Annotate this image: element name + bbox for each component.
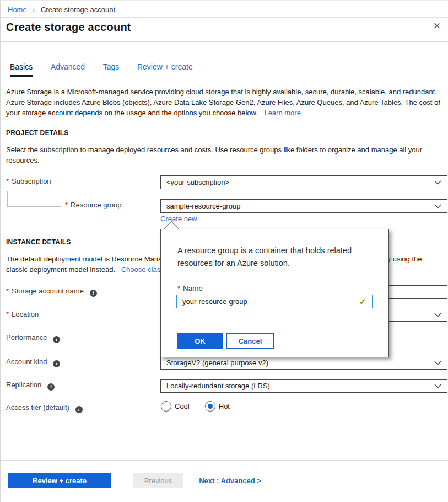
breadcrumb-divider <box>1 17 448 18</box>
info-icon: i <box>90 290 97 297</box>
chevron-down-icon <box>434 384 441 389</box>
account-kind-select[interactable]: StorageV2 (general purpose v2) <box>160 356 447 370</box>
tab-basics[interactable]: Basics <box>10 62 33 77</box>
replication-select[interactable]: Locally-redundant storage (LRS) <box>160 379 447 393</box>
location-label: *Location <box>6 310 39 318</box>
review-create-button[interactable]: Review + create <box>8 473 111 488</box>
breadcrumb-home-link[interactable]: Home <box>8 6 27 14</box>
chevron-down-icon <box>434 204 441 209</box>
resource-group-name-input[interactable] <box>176 295 373 308</box>
subscription-select[interactable]: <your-subscription> <box>160 175 447 189</box>
radio-cool-label: Cool <box>175 402 190 410</box>
chevron-down-icon <box>434 313 441 318</box>
performance-label: Performance i <box>6 333 60 343</box>
create-new-link[interactable]: Create new <box>160 215 197 223</box>
resource-group-label: *Resource group <box>65 201 122 209</box>
instance-details-heading: INSTANCE DETAILS <box>6 238 71 246</box>
previous-button[interactable]: Previous <box>133 473 183 488</box>
resource-group-connector-vertical <box>7 191 8 206</box>
tab-review-create[interactable]: Review + create <box>137 62 193 75</box>
account-kind-label: Account kind i <box>6 357 60 367</box>
replication-label: Replication i <box>6 381 55 391</box>
header-divider <box>1 41 448 42</box>
subscription-value: <your-subscription> <box>166 178 229 186</box>
account-kind-value: StorageV2 (general purpose v2) <box>166 359 268 367</box>
valid-check-icon: ✓ <box>359 297 366 307</box>
popup-description: A resource group is a container that hol… <box>177 244 371 270</box>
replication-value: Locally-redundant storage (LRS) <box>166 382 270 390</box>
radio-selected-dot <box>208 404 213 409</box>
info-icon: i <box>47 383 55 391</box>
resource-group-connector-horizontal <box>7 206 61 207</box>
radio-hot-label: Hot <box>219 402 230 410</box>
radio-cool[interactable] <box>161 401 171 412</box>
close-icon[interactable]: ✕ <box>433 22 441 31</box>
tab-tags[interactable]: Tags <box>103 62 120 75</box>
access-tier-radio-group: Cool Hot <box>161 401 242 412</box>
breadcrumb-separator-icon: › <box>33 6 35 14</box>
radio-hot[interactable] <box>205 401 215 412</box>
required-marker: * <box>6 310 9 318</box>
popup-arrow <box>164 221 179 237</box>
intro-text: Azure Storage is a Microsoft-managed ser… <box>6 88 440 117</box>
info-icon: i <box>75 406 83 413</box>
popup-name-label: *Name <box>177 284 203 292</box>
project-details-heading: PROJECT DETAILS <box>6 129 68 137</box>
footer-divider <box>1 460 448 461</box>
chevron-down-icon <box>434 180 441 185</box>
breadcrumb-current: Create storage account <box>41 6 115 14</box>
required-marker: * <box>6 287 9 295</box>
page-title: Create storage account <box>6 21 131 34</box>
tab-bar: Basics Advanced Tags Review + create <box>1 62 448 78</box>
subscription-label: *Subscription <box>6 177 51 185</box>
project-details-description: Select the subscription to manage deploy… <box>6 145 445 165</box>
access-tier-label: Access tier (default) i <box>6 403 83 413</box>
popup-divider <box>161 325 388 325</box>
create-storage-account-page: Home › Create storage account Create sto… <box>0 0 448 502</box>
intro-paragraph: Azure Storage is a Microsoft-managed ser… <box>6 87 445 118</box>
info-icon: i <box>53 360 60 367</box>
next-advanced-button[interactable]: Next : Advanced > <box>188 473 272 488</box>
resource-group-value: sample-resource-group <box>166 202 240 210</box>
ok-button[interactable]: OK <box>177 333 223 349</box>
resource-group-select[interactable]: sample-resource-group <box>160 199 447 213</box>
info-icon: i <box>53 336 60 343</box>
tab-advanced[interactable]: Advanced <box>51 62 85 75</box>
learn-more-link[interactable]: Learn more <box>264 109 300 117</box>
required-marker: * <box>177 284 180 292</box>
storage-account-name-label: *Storage account name i <box>6 287 97 297</box>
required-marker: * <box>6 177 9 185</box>
cancel-button[interactable]: Cancel <box>226 333 274 349</box>
chevron-down-icon <box>434 361 441 366</box>
required-marker: * <box>65 201 68 209</box>
create-resource-group-popup: A resource group is a container that hol… <box>160 229 389 357</box>
breadcrumb: Home › Create storage account <box>8 6 115 14</box>
